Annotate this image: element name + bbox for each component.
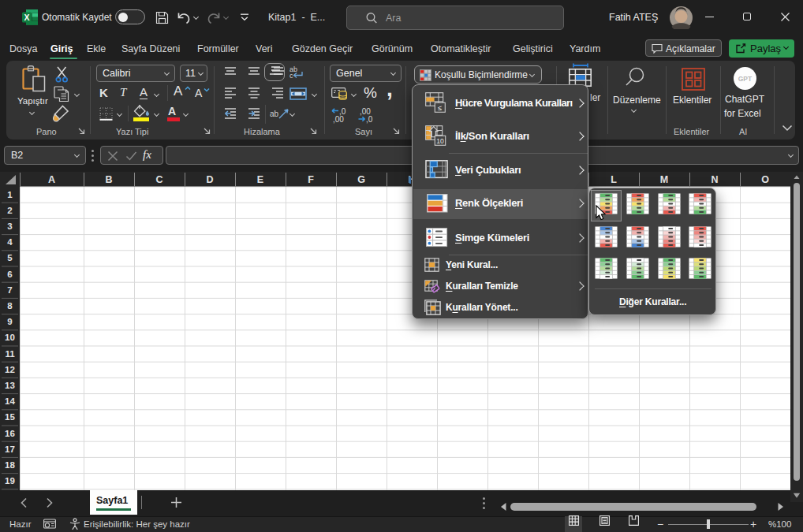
svg-text:N: N [711,174,718,185]
svg-text:E: E [257,174,263,185]
svg-text:L: L [611,174,617,185]
svg-text:10: 10 [436,137,444,145]
svg-text:1: 1 [7,190,13,199]
svg-text:B: B [105,174,112,185]
svg-text:D: D [206,174,213,185]
svg-text:13: 13 [5,381,15,390]
svg-text:GPT: GPT [738,75,753,83]
svg-text:12: 12 [5,365,15,374]
svg-text:C: C [155,174,162,185]
svg-text:14: 14 [5,396,15,406]
svg-text:4: 4 [7,237,13,247]
svg-text:7: 7 [7,285,12,295]
svg-text:6: 6 [7,270,12,279]
svg-text:9: 9 [7,317,12,326]
svg-text:3: 3 [7,221,12,231]
svg-text:15: 15 [5,412,15,422]
svg-text:,00: ,00 [333,115,344,124]
svg-text:18: 18 [5,460,15,470]
svg-text:A: A [48,174,55,185]
svg-text:16: 16 [5,429,15,438]
svg-text:F: F [308,174,314,185]
svg-text:X: X [24,13,29,22]
svg-text:O: O [761,174,769,185]
svg-text:ab: ab [270,110,279,118]
svg-text:8: 8 [7,301,13,311]
svg-text:2: 2 [7,206,12,215]
svg-text:≤: ≤ [438,104,442,112]
svg-text:5: 5 [7,253,13,262]
svg-text:,0: ,0 [366,115,373,124]
svg-text:11: 11 [5,349,15,359]
svg-text:M: M [660,174,668,185]
svg-text:G: G [357,174,365,185]
svg-text:10: 10 [5,333,15,342]
svg-text:19: 19 [5,476,15,485]
svg-text:17: 17 [5,445,15,454]
svg-text:c: c [289,72,293,79]
